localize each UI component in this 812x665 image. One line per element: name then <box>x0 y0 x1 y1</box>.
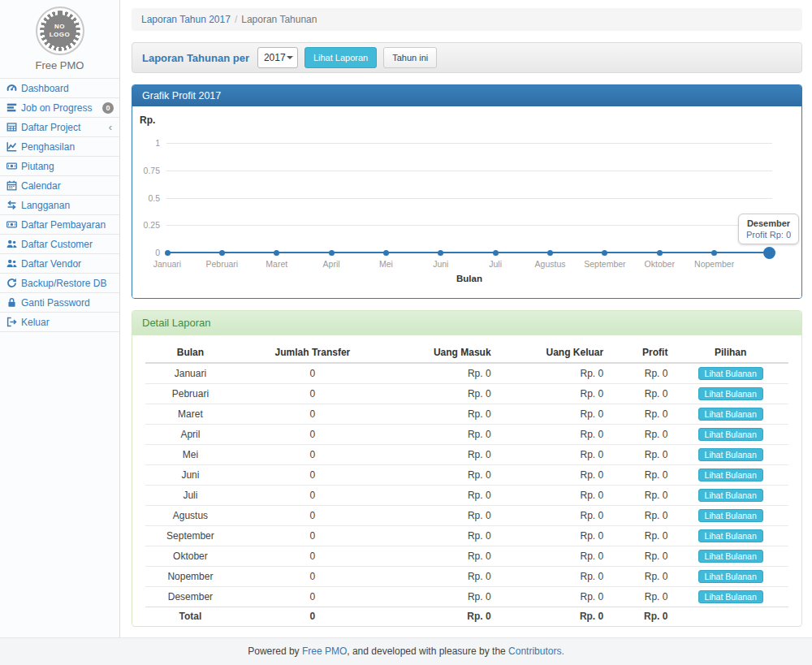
data-point-oktober[interactable] <box>657 250 663 256</box>
cell-uang_keluar: Rp. 0 <box>496 465 609 486</box>
lihat-bulanan-button[interactable]: Lihat Bulanan <box>698 428 763 441</box>
cell-jumlah_transfer: 0 <box>235 404 390 425</box>
cell-uang_keluar: Rp. 0 <box>496 384 609 404</box>
refresh-icon <box>6 278 17 288</box>
sidebar-item-backup-restore-db[interactable]: Backup/Restore DB <box>0 274 119 293</box>
cell-pilihan: Lihat Bulanan <box>672 506 788 526</box>
cell-uang_masuk: Rp. 0 <box>390 546 496 567</box>
sidebar-item-langganan[interactable]: Langganan <box>0 196 119 215</box>
sidebar-item-calendar[interactable]: Calendar <box>0 176 119 196</box>
table-header-row: BulanJumlah TransferUang MasukUang Kelua… <box>145 343 788 363</box>
data-point-mei[interactable] <box>383 250 389 256</box>
lihat-bulanan-button[interactable]: Lihat Bulanan <box>698 448 763 461</box>
breadcrumb: Laporan Tahun 2017/Laporan Tahunan <box>132 8 802 31</box>
cell-pilihan: Lihat Bulanan <box>672 445 788 465</box>
report-controls-label: Laporan Tahunan per <box>142 52 249 64</box>
sidebar-item-daftar-pembayaran[interactable]: Daftar Pembayaran <box>0 215 119 235</box>
cell-bulan: Oktober <box>145 546 235 567</box>
col-header-pilihan: Pilihan <box>672 343 788 363</box>
sidebar-item-label: Penghasilan <box>21 141 75 153</box>
cell-jumlah_transfer: 0 <box>235 587 390 607</box>
tahun-ini-button[interactable]: Tahun ini <box>383 47 437 68</box>
contributors-link[interactable]: Contributors. <box>508 646 564 657</box>
data-point-april[interactable] <box>329 250 335 256</box>
chevron-left-icon: ‹ <box>109 122 112 132</box>
footer-text-prefix: Powered by <box>248 646 302 657</box>
main-content: Laporan Tahun 2017/Laporan Tahunan Lapor… <box>120 0 812 637</box>
sidebar-item-label: Backup/Restore DB <box>21 278 106 289</box>
cell-jumlah_transfer: 0 <box>235 425 390 445</box>
data-point-september[interactable] <box>602 250 607 256</box>
data-point-nopember[interactable] <box>711 250 717 256</box>
breadcrumb-link[interactable]: Laporan Tahun 2017 <box>141 14 231 25</box>
sidebar-item-ganti-password[interactable]: Ganti Password <box>0 293 119 313</box>
exchange-icon <box>6 200 17 210</box>
detail-table-body: Januari0Rp. 0Rp. 0Rp. 0Lihat BulananPebr… <box>145 363 788 625</box>
lihat-bulanan-button[interactable]: Lihat Bulanan <box>698 387 763 400</box>
table-row: Agustus0Rp. 0Rp. 0Rp. 0Lihat Bulanan <box>145 506 788 526</box>
cell-uang_masuk: Rp. 0 <box>390 587 496 607</box>
cell-uang_keluar: Rp. 0 <box>496 567 609 587</box>
table-row: Januari0Rp. 0Rp. 0Rp. 0Lihat Bulanan <box>145 363 788 384</box>
lihat-bulanan-button[interactable]: Lihat Bulanan <box>698 408 763 421</box>
cell-profit: Rp. 0 <box>608 567 672 587</box>
lihat-bulanan-button[interactable]: Lihat Bulanan <box>698 529 763 542</box>
cell-profit: Rp. 0 <box>608 384 672 404</box>
y-tick-label: 0.5 <box>132 193 160 203</box>
table-icon <box>6 122 17 132</box>
total-cell-jumlah_transfer: 0 <box>235 607 390 626</box>
sign-out-icon <box>6 317 17 327</box>
cell-uang_masuk: Rp. 0 <box>390 384 496 404</box>
data-point-pebruari[interactable] <box>219 250 225 256</box>
lihat-bulanan-button[interactable]: Lihat Bulanan <box>698 509 763 522</box>
sidebar-item-job-on-progress[interactable]: Job on Progress0 <box>0 98 119 118</box>
cell-pilihan: Lihat Bulanan <box>672 546 788 567</box>
breadcrumb-separator: / <box>235 14 237 25</box>
lock-icon <box>6 297 17 308</box>
cell-jumlah_transfer: 0 <box>235 567 390 587</box>
cell-profit: Rp. 0 <box>608 587 672 607</box>
lihat-bulanan-button[interactable]: Lihat Bulanan <box>698 489 763 502</box>
cell-uang_masuk: Rp. 0 <box>390 506 496 526</box>
logo-area: NO LOGO Free PMO <box>0 0 119 78</box>
cell-uang_masuk: Rp. 0 <box>390 567 496 587</box>
cell-profit: Rp. 0 <box>608 546 672 567</box>
data-point-agustus[interactable] <box>547 250 553 256</box>
data-point-maret[interactable] <box>274 250 279 256</box>
lihat-bulanan-button[interactable]: Lihat Bulanan <box>698 550 763 563</box>
profit-line <box>167 252 769 253</box>
data-point-januari[interactable] <box>165 250 171 256</box>
lihat-laporan-button[interactable]: Lihat Laporan <box>304 47 377 68</box>
table-row: Pebruari0Rp. 0Rp. 0Rp. 0Lihat Bulanan <box>145 384 788 404</box>
sidebar-item-dashboard[interactable]: Dashboard <box>0 79 119 98</box>
cell-jumlah_transfer: 0 <box>235 445 390 465</box>
sidebar-item-daftar-customer[interactable]: Daftar Customer <box>0 235 119 254</box>
lihat-bulanan-button[interactable]: Lihat Bulanan <box>698 469 763 481</box>
data-point-juli[interactable] <box>493 250 499 256</box>
cell-pilihan: Lihat Bulanan <box>672 465 788 486</box>
tooltip-label: Desember <box>746 218 791 228</box>
lihat-bulanan-button[interactable]: Lihat Bulanan <box>698 590 763 603</box>
table-row: Nopember0Rp. 0Rp. 0Rp. 0Lihat Bulanan <box>145 567 788 587</box>
year-select[interactable]: 2017 <box>257 47 298 68</box>
data-point-juni[interactable] <box>438 250 443 256</box>
detail-table: BulanJumlah TransferUang MasukUang Kelua… <box>145 343 788 625</box>
y-tick-label: 1 <box>132 138 160 148</box>
gear-logo-icon: NO LOGO <box>44 15 76 47</box>
table-row: Juli0Rp. 0Rp. 0Rp. 0Lihat Bulanan <box>145 486 788 506</box>
cell-bulan: Juni <box>145 465 235 486</box>
y-tick-label: 0.75 <box>132 166 160 175</box>
cell-uang_keluar: Rp. 0 <box>496 363 609 384</box>
free-pmo-link[interactable]: Free PMO <box>302 646 347 657</box>
cell-profit: Rp. 0 <box>608 486 672 506</box>
sidebar-item-penghasilan[interactable]: Penghasilan <box>0 137 119 157</box>
sidebar-item-keluar[interactable]: Keluar <box>0 313 119 332</box>
sidebar-item-daftar-vendor[interactable]: Daftar Vendor <box>0 254 119 274</box>
sidebar-item-daftar-project[interactable]: Daftar Project‹ <box>0 118 119 137</box>
x-tick-label: Nopember <box>682 259 747 269</box>
lihat-bulanan-button[interactable]: Lihat Bulanan <box>698 367 763 380</box>
data-point-desember[interactable] <box>763 247 775 259</box>
cell-bulan: September <box>145 526 235 546</box>
sidebar-item-piutang[interactable]: Piutang <box>0 157 119 176</box>
lihat-bulanan-button[interactable]: Lihat Bulanan <box>698 570 763 583</box>
